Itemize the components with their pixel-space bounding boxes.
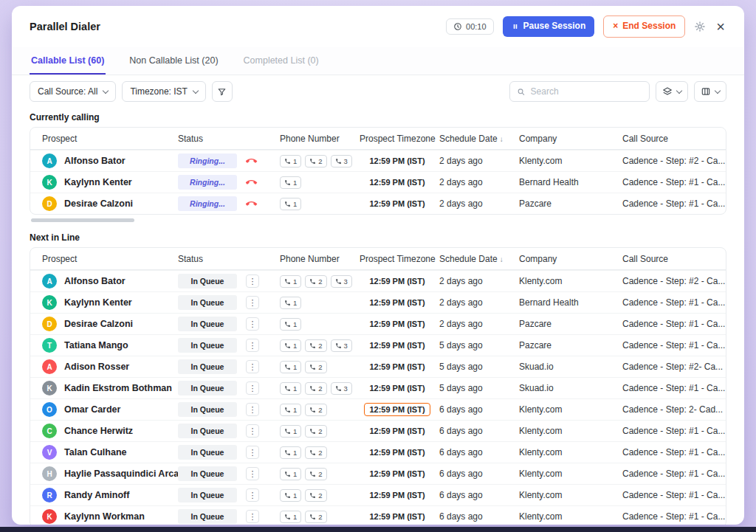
status-cell: In Queue — [178, 424, 246, 438]
table-row[interactable]: HHaylie Passaquindici ArcandIn Queue⋮121… — [30, 463, 726, 484]
row-menu-button[interactable]: ⋮ — [246, 317, 259, 331]
end-session-button[interactable]: × End Session — [603, 15, 685, 37]
table-row[interactable]: AAdison RosserIn Queue⋮1212:59 PM (IST)5… — [30, 356, 726, 377]
phone-number-badge[interactable]: 2 — [305, 382, 326, 395]
phone-number-badge[interactable]: 1 — [280, 297, 301, 309]
column-header-schedule-date[interactable]: Schedule Date↓ — [439, 254, 519, 264]
search-input[interactable] — [531, 86, 642, 97]
phone-number-badge[interactable]: 1 — [280, 382, 301, 395]
phone-number-badge[interactable]: 1 — [280, 404, 301, 416]
table-row[interactable]: TTatiana MangoIn Queue⋮12312:59 PM (IST)… — [30, 334, 726, 356]
prospect-cell: CChance Herwitz — [30, 424, 178, 438]
phone-number-badge[interactable]: 2 — [305, 339, 326, 352]
phone-number-badge[interactable]: 1 — [280, 198, 301, 210]
search-box[interactable] — [509, 81, 650, 102]
hangup-call-icon[interactable] — [246, 156, 275, 167]
row-menu-button[interactable]: ⋮ — [246, 381, 259, 395]
prospect-cell: VTalan Culhane — [30, 445, 178, 460]
schedule-date-cell: 6 days ago — [439, 469, 519, 479]
call-status-filter-button[interactable] — [656, 81, 688, 102]
phone-number-badge[interactable]: 2 — [305, 446, 326, 459]
phone-number-badge[interactable]: 2 — [305, 489, 326, 502]
prospect-timezone: 12:59 PM (IST) — [369, 341, 425, 350]
row-menu-button[interactable]: ⋮ — [246, 339, 259, 352]
phone-number-badge[interactable]: 3 — [331, 155, 352, 167]
phone-number-badge[interactable]: 1 — [280, 489, 301, 502]
phone-number-badge[interactable]: 3 — [331, 339, 352, 352]
phone-number-badge[interactable]: 2 — [305, 425, 326, 438]
timezone-filter-dropdown[interactable]: Timezone: IST — [122, 81, 206, 102]
phone-number-badge[interactable]: 2 — [305, 468, 326, 480]
tab-bar: Callable List (60)Non Callable List (20)… — [12, 47, 744, 75]
table-row[interactable]: CChance HerwitzIn Queue⋮1212:59 PM (IST)… — [30, 420, 726, 441]
phone-number-badge[interactable]: 2 — [305, 511, 326, 523]
row-menu-button[interactable]: ⋮ — [246, 296, 259, 309]
column-header-schedule-date[interactable]: Schedule Date↓ — [439, 134, 519, 144]
phone-number-badge[interactable]: 1 — [280, 446, 301, 459]
call-source-filter-dropdown[interactable]: Call Source: All — [30, 81, 116, 102]
row-menu-button[interactable]: ⋮ — [246, 360, 259, 373]
schedule-date-cell: 2 days ago — [439, 319, 519, 329]
row-menu-button[interactable]: ⋮ — [246, 467, 259, 480]
company-cell: Pazcare — [519, 198, 622, 209]
table-row[interactable]: KKadin Ekstrom BothmanIn Queue⋮12312:59 … — [30, 377, 726, 398]
sort-desc-icon[interactable]: ↓ — [500, 255, 504, 263]
company-cell: Klenty.com — [519, 490, 622, 500]
status-badge: In Queue — [178, 381, 237, 395]
column-header: Company — [519, 254, 622, 264]
tab-callable-list-60[interactable]: Callable List (60) — [30, 47, 106, 75]
row-menu-button[interactable]: ⋮ — [246, 403, 259, 416]
phone-number-badge[interactable]: 2 — [305, 361, 326, 373]
tab-non-callable-list-20[interactable]: Non Callable List (20) — [128, 47, 219, 75]
horizontal-scrollbar[interactable] — [31, 218, 134, 222]
filter-button[interactable] — [212, 81, 233, 102]
settings-gear-icon[interactable] — [694, 21, 706, 32]
prospect-timezone: 12:59 PM (IST) — [369, 298, 425, 307]
row-menu-button[interactable]: ⋮ — [246, 488, 259, 502]
table-row[interactable]: KKaylynn KenterRinging...112:59 PM (IST)… — [30, 171, 726, 193]
table-row[interactable]: KKaylynn KenterIn Queue⋮112:59 PM (IST)2… — [30, 291, 726, 313]
table-row[interactable]: AAlfonso BatorRinging...12312:59 PM (IST… — [30, 150, 726, 171]
phone-number-badge[interactable]: 1 — [280, 275, 301, 288]
phone-number-badge[interactable]: 1 — [280, 425, 301, 438]
row-menu-button[interactable]: ⋮ — [246, 274, 259, 288]
row-menu-button[interactable]: ⋮ — [246, 510, 259, 523]
table-row[interactable]: VTalan CulhaneIn Queue⋮1212:59 PM (IST)6… — [30, 441, 726, 463]
prospect-timezone: 12:59 PM (IST) — [369, 277, 425, 286]
close-icon[interactable]: × — [715, 19, 726, 34]
row-menu-button[interactable]: ⋮ — [246, 446, 259, 459]
phone-number-badge[interactable]: 1 — [280, 511, 301, 523]
column-header: Status — [178, 134, 246, 144]
tab-completed-list-0[interactable]: Completed List (0) — [242, 47, 320, 75]
action-cell — [246, 177, 280, 188]
action-cell: ⋮ — [246, 339, 280, 352]
row-menu-button[interactable]: ⋮ — [246, 424, 259, 438]
table-row[interactable]: OOmar CarderIn Queue⋮1212:59 PM (IST)6 d… — [30, 398, 726, 420]
phone-number-badge[interactable]: 2 — [305, 155, 326, 167]
table-row[interactable]: DDesirae CalzoniIn Queue⋮112:59 PM (IST)… — [30, 313, 726, 334]
phone-number-badge[interactable]: 1 — [280, 155, 301, 167]
sort-desc-icon[interactable]: ↓ — [500, 135, 504, 143]
phone-numbers-cell: 1 — [280, 318, 360, 331]
phone-number-badge[interactable]: 1 — [280, 339, 301, 352]
column-header: Call Source — [622, 134, 726, 144]
phone-number-badge[interactable]: 2 — [305, 404, 326, 416]
phone-number-badge[interactable]: 1 — [280, 468, 301, 480]
phone-number-badge[interactable]: 1 — [280, 176, 301, 189]
table-row[interactable]: DDesirae CalzoniRinging...112:59 PM (IST… — [30, 193, 726, 214]
table-row[interactable]: KKaylynn WorkmanIn Queue⋮1212:59 PM (IST… — [30, 505, 726, 525]
phone-number-badge[interactable]: 1 — [280, 318, 301, 331]
avatar: R — [42, 488, 57, 502]
phone-number-badge[interactable]: 3 — [331, 275, 352, 288]
status-badge: In Queue — [178, 466, 237, 481]
table-row[interactable]: AAlfonso BatorIn Queue⋮12312:59 PM (IST)… — [30, 270, 726, 291]
pause-session-button[interactable]: Pause Session — [503, 16, 595, 36]
phone-number-badge[interactable]: 2 — [305, 275, 326, 288]
phone-number-badge[interactable]: 1 — [280, 361, 301, 373]
column-settings-button[interactable] — [694, 81, 726, 102]
phone-number-badge[interactable]: 3 — [331, 382, 352, 395]
hangup-call-icon[interactable] — [246, 177, 275, 188]
table-row[interactable]: RRandy AminoffIn Queue⋮1212:59 PM (IST)6… — [30, 484, 726, 505]
phone-numbers-cell: 1 — [280, 297, 360, 309]
hangup-call-icon[interactable] — [246, 198, 275, 210]
